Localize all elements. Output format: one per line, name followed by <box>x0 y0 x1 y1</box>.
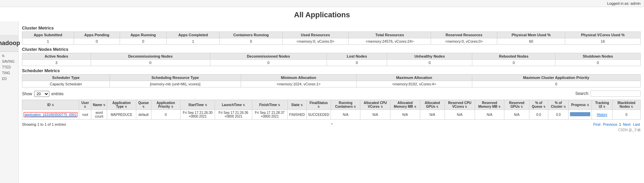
cell-progress <box>569 110 592 120</box>
val-physical-vcores: 16 <box>565 38 641 45</box>
col-apps-pending: Apps Pending <box>74 32 120 38</box>
sidebar-item-ting[interactable]: TING <box>1 70 18 76</box>
pagination-previous[interactable]: Previous <box>603 122 617 126</box>
val-active-nodes: 3 <box>22 60 91 66</box>
th-pct-queue[interactable]: % of Queue ⇅ <box>529 100 548 110</box>
val-max-cluster-priority: 0 <box>472 81 641 87</box>
th-id[interactable]: ID ⇅ <box>22 100 79 110</box>
cell-user: root <box>79 110 91 120</box>
sort-icon-state: ⇅ <box>301 104 303 107</box>
col-rebooted-nodes: Rebooted Nodes <box>472 53 555 60</box>
val-lost-nodes: 0 <box>327 60 387 66</box>
th-blacklisted[interactable]: Blacklisted Nodes ⇅ <box>613 100 641 110</box>
val-decommissioning-nodes: 0 <box>91 60 210 66</box>
col-max-allocation: Maximum Allocation <box>356 75 472 81</box>
search-input[interactable] <box>591 90 641 97</box>
cell-reserved-cpu: N/A <box>445 110 475 120</box>
val-apps-completed: 1 <box>167 38 220 45</box>
cell-state: FINISHED <box>288 110 307 120</box>
th-name[interactable]: Name ⇅ <box>91 100 107 110</box>
sidebar: hadoop ls SAVING TTED TING ED <box>0 21 19 183</box>
entries-select[interactable]: 10 20 50 100 <box>34 91 49 97</box>
sidebar-items: ls SAVING TTED TING ED <box>0 52 18 83</box>
th-reserved-cpu[interactable]: Reserved CPU VCores ⇅ <box>445 100 475 110</box>
content-area: Cluster Metrics Apps Submitted Apps Pend… <box>19 21 644 183</box>
cell-finish-time: Fri Sep 17 21:28:37 +0800 2021 <box>252 110 288 120</box>
sort-icon-launch-time: ⇅ <box>243 104 245 107</box>
cell-reserved-gpu: N/A <box>504 110 529 120</box>
val-physical-mem: 60 <box>497 38 565 45</box>
pagination-first[interactable]: First <box>593 122 600 126</box>
th-reserved-gpu[interactable]: Reserved GPUs ⇅ <box>504 100 529 110</box>
th-alloc-gpu[interactable]: Allocated GPUs ⇅ <box>420 100 445 110</box>
progress-bar-container <box>570 112 590 116</box>
pagination: First Previous 1 Next Last <box>593 122 641 126</box>
th-queue[interactable]: Queue ⇅ <box>136 100 151 110</box>
cluster-nodes-table: Active Nodes Decommissioning Nodes Decom… <box>22 53 641 66</box>
th-final-status[interactable]: FinalStatus ⇅ <box>307 100 331 110</box>
th-tracking-ui[interactable]: Tracking UI ⇅ <box>592 100 613 110</box>
cell-alloc-mem: N/A <box>390 110 420 120</box>
val-apps-pending: 0 <box>74 38 120 45</box>
th-user[interactable]: User ⇅ <box>79 100 91 110</box>
history-link[interactable]: History <box>597 113 607 117</box>
cell-name: word count <box>91 110 107 120</box>
sort-icon-name: ⇅ <box>103 104 105 107</box>
sort-icon-final-status: ⇅ <box>317 105 320 108</box>
cell-tracking-ui: History <box>592 110 613 120</box>
sidebar-item-saving[interactable]: SAVING <box>1 59 18 64</box>
th-progress[interactable]: Progress ⇅ <box>569 100 592 110</box>
scheduler-metrics-table: Scheduler Type Scheduling Resource Type … <box>22 74 641 87</box>
entries-label: entries <box>51 92 64 96</box>
col-physical-mem: Physical Mem Used % <box>497 32 565 38</box>
th-launch-time[interactable]: LaunchTime ⇅ <box>215 100 252 110</box>
sort-icon-running-containers: ⇅ <box>354 105 356 108</box>
cluster-metrics-title: Cluster Metrics <box>22 25 641 30</box>
col-scheduler-type: Scheduler Type <box>22 75 110 81</box>
pagination-next[interactable]: Next <box>623 122 631 126</box>
sort-icon-user: ⇅ <box>84 105 86 108</box>
val-reserved-resources: <memory:0, vCores:0> <box>431 38 497 45</box>
th-alloc-cpu[interactable]: Allocated CPU VCores ⇅ <box>360 100 390 110</box>
progress-bar-fill <box>570 112 590 116</box>
val-scheduler-type: Capacity Scheduler <box>22 81 110 87</box>
val-decommissioned-nodes: 0 <box>210 60 327 66</box>
val-rebooted-nodes: 0 <box>472 60 555 66</box>
th-app-type[interactable]: Application Type ⇅ <box>107 100 136 110</box>
th-start-time[interactable]: StartTime ⇅ <box>181 100 215 110</box>
th-pct-cluster[interactable]: % of Cluster ⇅ <box>548 100 569 110</box>
sidebar-item-ls[interactable]: ls <box>1 53 18 58</box>
th-reserved-mem[interactable]: Reserved Memory MB ⇅ <box>475 100 504 110</box>
val-containers-running: 0 <box>220 38 282 45</box>
col-shutdown-nodes: Shutdown Nodes <box>555 53 641 60</box>
val-used-resources: <memory:0, vCores:0> <box>282 38 349 45</box>
app-id-link[interactable]: application_1631883500775_0001 <box>24 112 77 117</box>
th-priority[interactable]: Application Priority ⇅ <box>151 100 181 110</box>
sidebar-item-tted[interactable]: TTED <box>1 65 18 70</box>
col-decommissioning-nodes: Decommissioning Nodes <box>91 53 210 60</box>
cell-id: application_1631883500775_0001 <box>22 110 79 120</box>
th-running-containers[interactable]: Running Containers ⇅ <box>331 100 360 110</box>
sort-icon-alloc-mem: ⇅ <box>414 105 416 108</box>
sort-icon-blacklisted: ⇅ <box>631 105 633 108</box>
col-apps-completed: Apps Completed <box>167 32 220 38</box>
val-apps-running: 0 <box>120 38 166 45</box>
cluster-metrics-table: Apps Submitted Apps Pending Apps Running… <box>22 32 641 45</box>
col-apps-submitted: Apps Submitted <box>22 32 74 38</box>
sidebar-item-ed[interactable]: ED <box>1 76 18 81</box>
th-alloc-mem[interactable]: Allocated Memory MB ⇅ <box>390 100 420 110</box>
showing-text: Showing 1 to 1 of 1 entries <box>22 122 66 126</box>
logo-text: hadoop <box>0 40 20 47</box>
cell-alloc-cpu: N/A <box>360 110 390 120</box>
th-finish-time[interactable]: FinishTime ⇅ <box>252 100 288 110</box>
sort-icon-priority: ⇅ <box>171 105 173 108</box>
sort-icon-start-time: ⇅ <box>205 104 207 107</box>
sort-icon-tracking-ui: ⇅ <box>603 105 605 108</box>
pagination-last[interactable]: Last <box>633 122 640 126</box>
cell-pct-queue: 0.0 <box>529 110 548 120</box>
cell-start-time: Fri Sep 17 21:26:30 +0800 2021 <box>181 110 215 120</box>
col-used-resources: Used Resources <box>282 32 349 38</box>
sort-icon-reserved-cpu: ⇅ <box>465 105 467 108</box>
col-min-allocation: Minimum Allocation <box>241 75 356 81</box>
th-state[interactable]: State ⇅ <box>288 100 307 110</box>
